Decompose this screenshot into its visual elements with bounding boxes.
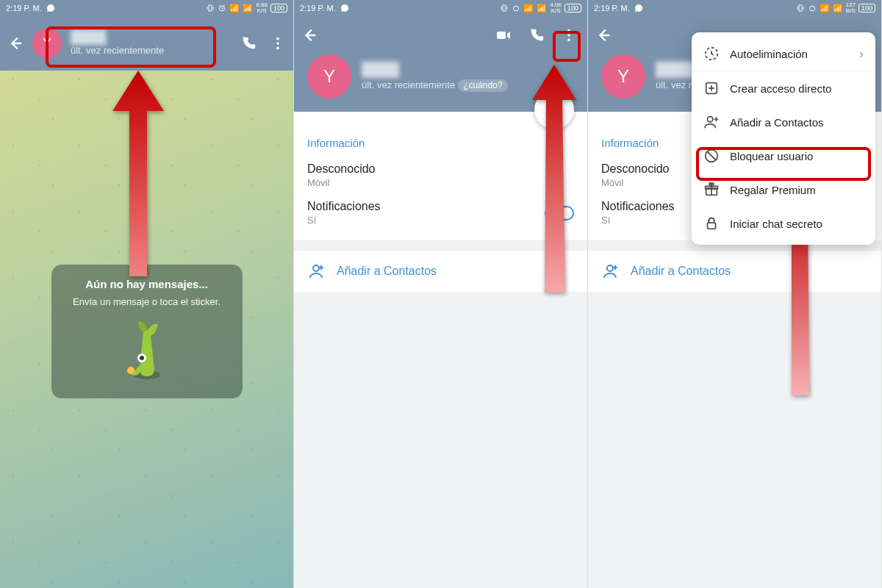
vibrate-icon <box>206 4 215 12</box>
avatar[interactable]: Y <box>307 54 351 98</box>
sticker-icon[interactable] <box>118 318 176 384</box>
highlight-box <box>696 147 871 181</box>
signal-icon: 📶 <box>243 4 253 13</box>
chevron-right-icon: › <box>859 46 864 62</box>
alarm-icon <box>808 4 817 12</box>
signal-icon: 📶 <box>229 4 240 13</box>
overflow-menu: Autoeliminación › Crear acceso directo A… <box>692 32 875 245</box>
vibrate-icon <box>500 4 509 12</box>
contact-name: ████ <box>362 61 508 78</box>
add-home-icon <box>703 80 720 96</box>
cuando-button[interactable]: ¿cuándo? <box>458 79 507 93</box>
lock-icon <box>703 215 720 232</box>
more-icon[interactable] <box>270 35 286 51</box>
phone-icon[interactable] <box>240 35 257 51</box>
phone-icon[interactable] <box>528 27 545 43</box>
svg-point-19 <box>708 117 713 122</box>
clock: 2:19 P. M. <box>6 4 42 12</box>
arrow-annotation <box>109 71 168 279</box>
back-icon[interactable] <box>7 35 24 51</box>
svg-point-8 <box>514 6 519 11</box>
alarm-icon <box>218 4 226 12</box>
svg-point-7 <box>127 367 135 374</box>
timer-icon <box>703 46 720 62</box>
menu-add-contacts[interactable]: Añadir a Contactos <box>692 105 875 139</box>
svg-point-14 <box>313 265 319 271</box>
add-person-icon <box>703 114 720 130</box>
svg-point-1 <box>276 37 279 40</box>
svg-point-16 <box>607 265 613 271</box>
svg-rect-9 <box>497 32 506 39</box>
arrow-annotation <box>528 65 580 295</box>
back-icon[interactable] <box>301 27 318 43</box>
whatsapp-icon <box>46 4 55 12</box>
add-contacts-button[interactable]: Añadir a Contactos <box>588 251 881 292</box>
svg-point-15 <box>809 6 814 11</box>
gift-icon <box>703 182 720 198</box>
menu-autodelete[interactable]: Autoeliminación › <box>692 37 875 71</box>
add-person-icon <box>307 262 325 280</box>
empty-chat-placeholder: Aún no hay mensajes... Envía un mensaje … <box>51 265 243 398</box>
empty-title: Aún no hay mensajes... <box>63 278 231 290</box>
svg-point-2 <box>276 42 279 45</box>
whatsapp-icon <box>340 4 349 12</box>
highlight-box <box>553 31 581 62</box>
status-bar: 2:19 P. M. 📶📶 127B/S 100 <box>588 0 881 16</box>
whatsapp-icon <box>634 4 643 12</box>
highlight-box <box>46 26 216 68</box>
menu-shortcut[interactable]: Crear acceso directo <box>692 71 875 105</box>
last-seen: últ. vez recientemente <box>362 79 455 90</box>
empty-body: Envía un mensaje o toca el sticker. <box>63 296 231 307</box>
alarm-icon <box>512 4 520 12</box>
avatar[interactable]: Y <box>601 54 645 98</box>
add-person-icon <box>601 262 619 280</box>
status-bar: 2:19 P. M. 📶 📶 6.88K/S 100 <box>0 0 293 16</box>
video-icon[interactable] <box>495 26 512 44</box>
vibrate-icon <box>796 4 805 12</box>
menu-secret-chat[interactable]: Iniciar chat secreto <box>692 207 875 240</box>
status-bar: 2:19 P. M. 📶📶 4.06K/S 100 <box>294 0 587 16</box>
svg-point-3 <box>276 47 279 50</box>
svg-rect-23 <box>708 223 716 229</box>
battery-icon: 100 <box>270 4 287 12</box>
back-icon[interactable] <box>595 27 612 43</box>
svg-point-6 <box>140 356 144 360</box>
